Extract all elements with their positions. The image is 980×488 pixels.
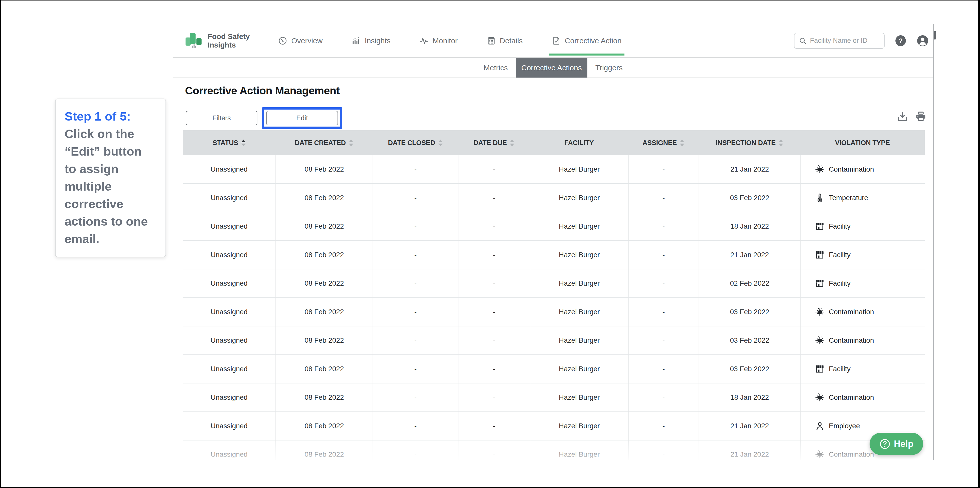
violation-label: Contamination [829,165,874,173]
nav-item-monitor[interactable]: Monitor [417,24,461,57]
table-cell: - [628,383,698,412]
help-label: Help [894,439,913,449]
person-icon [815,421,825,431]
table-cell: Unassigned [183,383,275,412]
column-header-assignee[interactable]: ASSIGNEE [628,130,698,155]
table-cell: 08 Feb 2022 [275,298,372,326]
table-cell: - [372,326,458,355]
table-cell: - [628,412,698,440]
table-row[interactable]: Unassigned08 Feb 2022--Hazel Burger-03 F… [183,298,925,326]
table-body: Unassigned08 Feb 2022--Hazel Burger-21 J… [183,155,925,460]
table-cell: - [628,184,698,212]
table-cell: - [628,269,698,298]
doc-check-icon [552,36,561,45]
column-header-status[interactable]: STATUS [183,130,275,155]
virus-icon [815,393,825,402]
nav-item-details[interactable]: Details [484,24,526,57]
storefront-icon [815,250,825,260]
column-label: DATE CLOSED [388,139,435,147]
violation-type-cell: Contamination [800,383,925,412]
table-row[interactable]: Unassigned08 Feb 2022--Hazel Burger-03 F… [183,184,925,212]
table-cell: Unassigned [183,241,275,269]
table-row[interactable]: Unassigned08 Feb 2022--Hazel Burger-03 F… [183,326,925,355]
tutorial-highlight-ring: Edit [262,107,342,129]
tab-corrective-actions[interactable]: Corrective Actions [516,58,587,78]
tab-metrics[interactable]: Metrics [476,58,515,78]
secondary-tabs: Metrics Corrective Actions Triggers [173,58,933,78]
download-icon[interactable] [897,111,908,122]
pulse-icon [420,36,429,45]
help-menu-button[interactable]: ? [895,35,907,47]
violation-label: Contamination [829,336,874,344]
column-header-violation-type: VIOLATION TYPE [800,130,925,155]
violation-label: Contamination [829,393,874,401]
vertical-scrollbar-thumb[interactable] [934,31,936,40]
table-cell: - [458,440,530,460]
violation-label: Contamination [829,450,874,458]
column-header-date-closed[interactable]: DATE CLOSED [372,130,458,155]
table-row[interactable]: Unassigned08 Feb 2022--Hazel Burger-21 J… [183,241,925,269]
column-header-inspection-date[interactable]: INSPECTION DATE [698,130,800,155]
table-cell: - [372,383,458,412]
storefront-icon [815,364,825,374]
nav-label: Overview [291,36,323,45]
table-cell: 08 Feb 2022 [275,326,372,355]
table-cell: - [628,241,698,269]
table-cell: - [628,440,698,460]
table-cell: Hazel Burger [530,241,628,269]
tutorial-instruction: Click on the “Edit” button to assign mul… [65,127,148,246]
question-circle-icon [879,439,890,450]
gauge-icon [278,36,287,45]
search-icon [799,37,807,44]
violation-type-cell: Temperature [800,184,925,212]
table-cell: Hazel Burger [530,326,628,355]
table-cell: - [372,412,458,440]
nav-item-corrective-action[interactable]: Corrective Action [549,24,625,57]
column-header-date-created[interactable]: DATE CREATED [275,130,372,155]
table-cell: - [458,212,530,240]
table-row[interactable]: Unassigned08 Feb 2022--Hazel Burger-21 J… [183,440,925,460]
violation-label: Employee [829,422,860,430]
table-cell: 08 Feb 2022 [275,241,372,269]
table-row[interactable]: Unassigned08 Feb 2022--Hazel Burger-21 J… [183,155,925,184]
tab-triggers[interactable]: Triggers [589,58,630,78]
table-cell: - [372,184,458,212]
nav-item-insights[interactable]: Insights [348,24,393,57]
table-cell: 08 Feb 2022 [275,412,372,440]
search-input[interactable] [810,37,880,44]
edit-button[interactable]: Edit [266,111,338,125]
table-cell: 02 Feb 2022 [698,269,800,298]
facility-search [794,33,885,49]
column-header-date-due[interactable]: DATE DUE [458,130,530,155]
table-header-row: STATUSDATE CREATEDDATE CLOSEDDATE DUEFAC… [183,130,925,155]
account-button[interactable] [916,35,929,47]
virus-icon [815,450,825,459]
table-cell: - [372,355,458,383]
help-floating-button[interactable]: Help [870,433,923,455]
column-label: ASSIGNEE [643,139,677,147]
printer-icon[interactable] [915,111,927,122]
virus-icon [815,164,825,174]
table-cell: Hazel Burger [530,383,628,412]
food-safety-insights-logo-icon [186,32,202,49]
table-row[interactable]: Unassigned08 Feb 2022--Hazel Burger-18 J… [183,212,925,241]
table-cell: 21 Jan 2022 [698,440,800,460]
table-cell: 21 Jan 2022 [698,412,800,440]
table-cell: Unassigned [183,155,275,183]
filters-button[interactable]: Filters [186,111,258,125]
sort-arrows-icon [779,139,783,146]
violation-label: Facility [829,222,851,230]
table-row[interactable]: Unassigned08 Feb 2022--Hazel Burger-21 J… [183,412,925,440]
table-row[interactable]: Unassigned08 Feb 2022--Hazel Burger-02 F… [183,269,925,298]
brand-logo-home[interactable]: Food Safety Insights [186,32,250,49]
table-cell: Unassigned [183,355,275,383]
table-cell: Unassigned [183,298,275,326]
nav-item-overview[interactable]: Overview [275,24,326,57]
table-row[interactable]: Unassigned08 Feb 2022--Hazel Burger-03 F… [183,355,925,383]
table-row[interactable]: Unassigned08 Feb 2022--Hazel Burger-18 J… [183,383,925,412]
table-cell: 03 Feb 2022 [698,326,800,355]
page-title: Corrective Action Management [185,84,340,97]
table-cell: - [628,326,698,355]
table-cell: - [372,241,458,269]
table-cell: - [372,212,458,240]
